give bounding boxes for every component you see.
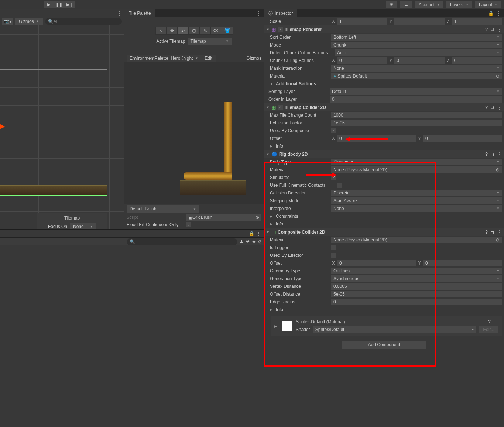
rb-material-field[interactable]: None (Physics Material 2D)⊙: [331, 166, 502, 173]
help-icon[interactable]: ?: [485, 230, 488, 235]
eraser-tool[interactable]: ⌫: [211, 27, 222, 35]
layout-menu[interactable]: Layout▼: [475, 1, 501, 8]
component-header[interactable]: ▼🔵Rigidbody 2D?⇉⋮: [264, 150, 504, 158]
extrusion-field[interactable]: 1e-05: [331, 120, 502, 126]
sort-order-dropdown[interactable]: Bottom Left▼: [331, 34, 502, 41]
offset-y[interactable]: 0: [423, 135, 502, 142]
brush-dropdown[interactable]: Default Brush▼: [127, 205, 199, 213]
help-icon[interactable]: ?: [485, 152, 488, 157]
account-menu[interactable]: Account▼: [415, 1, 443, 8]
geometry-dropdown[interactable]: Outlines▼: [331, 268, 502, 274]
camera-icon[interactable]: 📷▾: [2, 18, 13, 25]
lock-icon[interactable]: 🔒: [249, 231, 254, 236]
picker-tool[interactable]: ✎: [200, 27, 211, 35]
is-trigger-checkbox[interactable]: [331, 245, 336, 250]
hidden-icon[interactable]: ⊘: [258, 239, 262, 244]
project-search[interactable]: 🔍: [127, 238, 237, 245]
palette-canvas[interactable]: [124, 62, 264, 204]
interpolate-dropdown[interactable]: None▼: [331, 205, 502, 212]
play-button[interactable]: ▶: [44, 1, 54, 8]
kinematic-contacts-checkbox[interactable]: [337, 183, 342, 188]
effector-checkbox[interactable]: [331, 253, 336, 258]
enable-checkbox[interactable]: ✓: [278, 27, 283, 32]
detect-dropdown[interactable]: Auto▼: [335, 49, 502, 56]
component-header[interactable]: ▼▦✓Tilemap Renderer?⇉⋮: [264, 25, 504, 33]
help-icon[interactable]: ?: [485, 27, 488, 32]
info-foldout[interactable]: ▶Info: [264, 306, 504, 313]
menu-icon[interactable]: ⋮: [497, 11, 501, 16]
scene-canvas[interactable]: ▶ Tilemap Focus On None▼: [0, 25, 124, 229]
preset-icon[interactable]: ⇉: [491, 105, 494, 110]
cc-offset-y[interactable]: 0: [423, 260, 502, 266]
scene-search[interactable]: 🔍 All: [45, 18, 122, 25]
vertex-field[interactable]: 0.0005: [331, 283, 502, 290]
sorting-layer-dropdown[interactable]: Default▼: [330, 88, 502, 95]
order-field[interactable]: 0: [330, 96, 502, 103]
focus-title: Tilemap: [64, 216, 80, 221]
mask-dropdown[interactable]: None▼: [331, 65, 502, 72]
brush-tool[interactable]: 🖌: [178, 27, 189, 35]
pause-button[interactable]: ❚❚: [54, 1, 64, 8]
offset-dist-field[interactable]: 5e-05: [331, 291, 502, 297]
box-tool[interactable]: ▢: [189, 27, 200, 35]
cloud-icon[interactable]: ☁: [400, 1, 412, 8]
menu-icon[interactable]: ⋮: [497, 105, 502, 110]
edge-field[interactable]: 0: [331, 299, 502, 305]
component-header[interactable]: ▼▦✓Tilemap Collider 2D?⇉⋮: [264, 103, 504, 111]
material-field[interactable]: ●Sprites-Default⊙: [331, 73, 502, 79]
select-tool[interactable]: ↖: [155, 27, 167, 35]
tab-inspector[interactable]: ⓘInspector: [264, 9, 297, 17]
menu-icon[interactable]: ⋮: [117, 11, 122, 16]
gizmos-dropdown[interactable]: Gizmos▼: [15, 18, 43, 25]
max-tile-field[interactable]: 1000: [331, 112, 502, 118]
scale-y[interactable]: 1: [394, 18, 444, 25]
info-foldout[interactable]: ▶Info: [264, 220, 504, 228]
tab-tile-palette[interactable]: Tile Palette: [124, 9, 155, 17]
lock-icon[interactable]: 🔒: [488, 11, 494, 16]
preset-icon[interactable]: ⇉: [491, 27, 494, 32]
palette-asset-dropdown[interactable]: EnvironmentPalette_HeroKnight▼: [127, 55, 201, 62]
menu-icon[interactable]: ⋮: [497, 152, 502, 157]
simulated-checkbox[interactable]: ✓: [331, 175, 336, 180]
palette-gizmos[interactable]: Gizmos: [246, 56, 261, 61]
layers-menu[interactable]: Layers▼: [446, 1, 472, 8]
menu-icon[interactable]: ⋮: [253, 11, 264, 16]
offset-x[interactable]: 0: [337, 135, 416, 142]
light-icon[interactable]: ☀: [386, 1, 397, 8]
scale-z[interactable]: 1: [452, 18, 502, 25]
body-type-dropdown[interactable]: Kinematic▼: [331, 159, 502, 165]
edit-button[interactable]: Edit: [201, 55, 216, 62]
enable-checkbox[interactable]: ✓: [278, 105, 283, 110]
order-label: Order in Layer: [268, 97, 328, 102]
fill-tool[interactable]: 🪣: [222, 27, 233, 35]
help-icon[interactable]: ?: [488, 319, 491, 324]
collision-dropdown[interactable]: Discrete▼: [331, 190, 502, 196]
step-button[interactable]: ▶❙: [64, 1, 75, 8]
favorite-icon[interactable]: ❤: [246, 239, 250, 244]
add-component-button[interactable]: Add Component: [342, 341, 426, 349]
flood-fill-checkbox[interactable]: ✓: [186, 222, 191, 227]
component-header[interactable]: ▼▢Composite Collider 2D?⇉⋮: [264, 228, 504, 236]
menu-icon[interactable]: ⋮: [257, 231, 261, 236]
menu-icon[interactable]: ⋮: [494, 319, 498, 324]
active-tilemap-dropdown[interactable]: Tilemap▼: [188, 38, 232, 45]
generation-dropdown[interactable]: Synchronous▼: [331, 275, 502, 282]
preset-icon[interactable]: ⇉: [491, 152, 494, 157]
sleeping-dropdown[interactable]: Start Awake▼: [331, 197, 502, 204]
cc-material-field[interactable]: None (Physics Material 2D)⊙: [331, 237, 502, 243]
constraints-foldout[interactable]: ▶Constraints: [264, 212, 504, 220]
star-icon[interactable]: ★: [252, 239, 256, 244]
scale-x[interactable]: 1: [337, 18, 387, 25]
composite-checkbox[interactable]: ✓: [331, 128, 336, 133]
help-icon[interactable]: ?: [485, 105, 488, 110]
cc-offset-x[interactable]: 0: [337, 260, 416, 266]
mode-dropdown[interactable]: Chunk▼: [331, 42, 502, 48]
filter-icon[interactable]: ♟: [240, 239, 244, 244]
interpolate-label: Interpolate: [270, 206, 329, 211]
menu-icon[interactable]: ⋮: [497, 27, 502, 32]
move-tool[interactable]: ✥: [167, 27, 178, 35]
preset-icon[interactable]: ⇉: [491, 230, 494, 235]
additional-settings-foldout[interactable]: ▼Additional Settings: [264, 80, 504, 87]
menu-icon[interactable]: ⋮: [497, 230, 502, 235]
info-foldout[interactable]: ▶Info: [264, 142, 504, 150]
